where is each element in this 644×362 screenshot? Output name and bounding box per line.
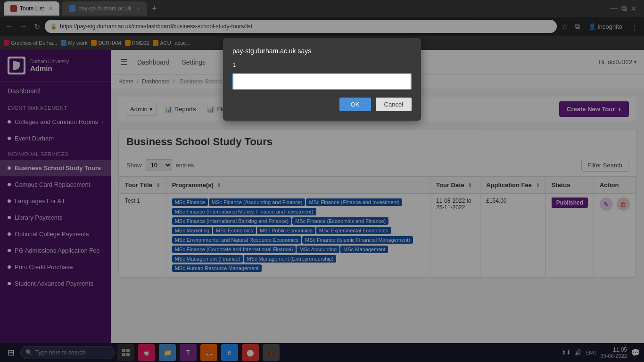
- modal-dialog: pay-stg.durham.ac.uk says 1 OK Cancel: [223, 38, 421, 121]
- modal-input[interactable]: [232, 73, 412, 90]
- modal-cancel-button[interactable]: Cancel: [376, 98, 412, 111]
- modal-ok-button[interactable]: OK: [339, 98, 371, 111]
- modal-buttons: OK Cancel: [232, 98, 412, 111]
- modal-overlay: pay-stg.durham.ac.uk says 1 OK Cancel: [0, 0, 644, 362]
- modal-title: pay-stg.durham.ac.uk says: [232, 47, 412, 55]
- modal-number: 1: [232, 61, 412, 68]
